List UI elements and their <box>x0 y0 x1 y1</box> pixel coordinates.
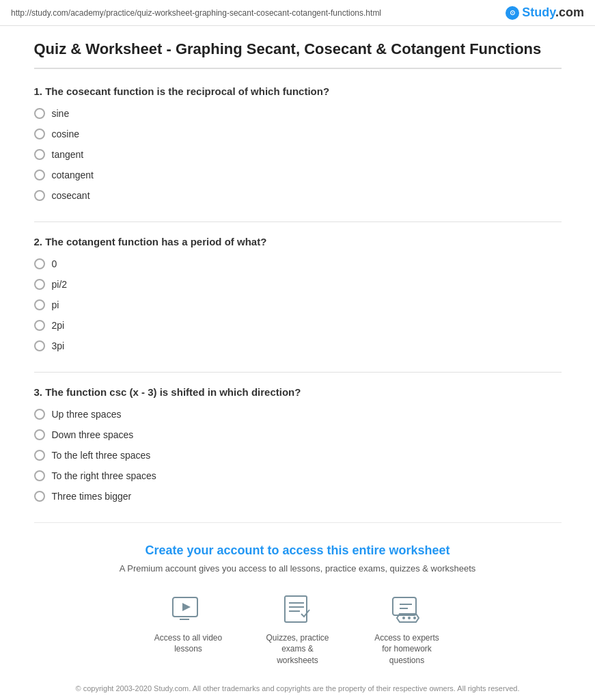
question-1-option-5[interactable]: cosecant <box>34 189 562 202</box>
svg-rect-7 <box>393 597 416 615</box>
radio-q1-o4[interactable] <box>34 170 45 180</box>
top-bar: http://study.com/academy/practice/quiz-w… <box>0 0 595 26</box>
question-3-option-3[interactable]: To the left three spaces <box>34 448 562 462</box>
svg-marker-1 <box>182 603 191 611</box>
label-q1-o4: cotangent <box>52 170 94 180</box>
question-1-options: sinecosinetangentcotangentcosecant <box>34 107 562 202</box>
label-q3-o4: To the right three spaces <box>52 470 156 481</box>
question-2: 2. The cotangent function has a period o… <box>34 236 562 353</box>
feature-quiz: Quizzes, practice exams & worksheets <box>264 593 332 667</box>
question-2-options: 0pi/2pi2pi3pi <box>34 257 562 353</box>
label-q2-o3: pi <box>52 299 59 310</box>
radio-q2-o1[interactable] <box>34 258 45 269</box>
logo: ⊙ Study.com <box>506 5 584 20</box>
svg-point-10 <box>413 617 416 619</box>
feature-quiz-label: Quizzes, practice exams & worksheets <box>264 632 332 667</box>
radio-q2-o3[interactable] <box>34 299 45 310</box>
radio-q2-o4[interactable] <box>34 320 45 331</box>
label-q1-o3: tangent <box>52 149 84 160</box>
feature-video: Access to all video lessons <box>154 593 223 667</box>
video-icon <box>168 593 209 627</box>
question-2-option-1[interactable]: 0 <box>34 257 562 271</box>
logo-text: Study.com <box>522 5 584 20</box>
question-1-text: 1. The cosecant function is the reciproc… <box>34 85 562 97</box>
radio-q1-o2[interactable] <box>34 129 45 139</box>
question-1-option-3[interactable]: tangent <box>34 148 562 161</box>
feature-video-label: Access to all video lessons <box>154 632 223 656</box>
radio-q3-o4[interactable] <box>34 470 45 481</box>
label-q1-o5: cosecant <box>52 190 90 201</box>
label-q3-o1: Up three spaces <box>52 409 122 420</box>
cta-title: Create your account to access this entir… <box>48 543 548 558</box>
radio-q1-o3[interactable] <box>34 149 45 160</box>
cta-section: Create your account to access this entir… <box>34 522 562 700</box>
cta-subtitle: A Premium account gives you access to al… <box>48 563 548 574</box>
svg-rect-3 <box>285 596 307 622</box>
radio-q1-o5[interactable] <box>34 190 45 201</box>
question-1: 1. The cosecant function is the reciproc… <box>34 85 562 202</box>
question-2-option-4[interactable]: 2pi <box>34 319 562 332</box>
radio-q1-o1[interactable] <box>34 108 45 119</box>
question-3-text: 3. The function csc (x - 3) is shifted i… <box>34 386 562 398</box>
radio-q2-o2[interactable] <box>34 279 45 290</box>
radio-q3-o5[interactable] <box>34 491 45 502</box>
question-3-option-5[interactable]: Three times bigger <box>34 489 562 503</box>
label-q3-o5: Three times bigger <box>52 491 132 502</box>
question-3-options: Up three spacesDown three spacesTo the l… <box>34 407 562 503</box>
feature-expert: Access to experts for homework questions <box>373 593 441 667</box>
question-1-option-4[interactable]: cotangent <box>34 168 562 182</box>
question-2-text: 2. The cotangent function has a period o… <box>34 236 562 247</box>
question-2-option-3[interactable]: pi <box>34 298 562 312</box>
radio-q3-o1[interactable] <box>34 409 45 420</box>
label-q2-o2: pi/2 <box>52 279 68 290</box>
page-title: Quiz & Worksheet - Graphing Secant, Cose… <box>34 40 562 69</box>
question-2-option-5[interactable]: 3pi <box>34 339 562 353</box>
label-q1-o1: sine <box>52 108 70 119</box>
radio-q3-o2[interactable] <box>34 429 45 440</box>
footer-text: © copyright 2003-2020 Study.com. All oth… <box>48 683 548 695</box>
logo-icon: ⊙ <box>506 6 519 20</box>
label-q3-o2: Down three spaces <box>52 429 134 440</box>
svg-point-8 <box>402 617 405 619</box>
question-3: 3. The function csc (x - 3) is shifted i… <box>34 386 562 503</box>
label-q2-o5: 3pi <box>52 340 65 351</box>
radio-q3-o3[interactable] <box>34 450 45 461</box>
question-3-option-2[interactable]: Down three spaces <box>34 428 562 442</box>
question-3-option-4[interactable]: To the right three spaces <box>34 469 562 483</box>
svg-point-9 <box>408 617 411 619</box>
question-1-option-1[interactable]: sine <box>34 107 562 120</box>
label-q1-o2: cosine <box>52 129 79 139</box>
expert-icon <box>387 593 428 627</box>
feature-expert-label: Access to experts for homework questions <box>373 632 441 667</box>
label-q3-o3: To the left three spaces <box>52 450 151 461</box>
quiz-icon <box>277 593 318 627</box>
question-2-option-2[interactable]: pi/2 <box>34 278 562 291</box>
label-q2-o4: 2pi <box>52 320 65 331</box>
question-1-option-2[interactable]: cosine <box>34 127 562 141</box>
label-q2-o1: 0 <box>52 258 57 269</box>
radio-q2-o5[interactable] <box>34 340 45 351</box>
feature-icons-row: Access to all video lessons Quizzes, pra… <box>48 593 548 667</box>
url-text: http://study.com/academy/practice/quiz-w… <box>11 8 381 18</box>
question-3-option-1[interactable]: Up three spaces <box>34 407 562 421</box>
